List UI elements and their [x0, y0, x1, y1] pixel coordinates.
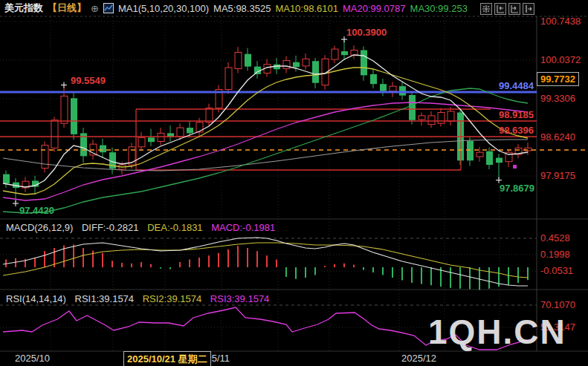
- instrument-title: 美元指数: [4, 1, 43, 15]
- date-axis-label: 2025/12: [401, 353, 436, 364]
- swing-high-label: 99.5549: [71, 75, 106, 86]
- rsi-axis-label: 51.3147: [540, 321, 575, 333]
- rsi2-value: RSI2:39.1574: [143, 293, 202, 304]
- price-axis-label: 99.3306: [540, 93, 575, 104]
- chart-type-icon[interactable]: [103, 3, 114, 13]
- ma-settings-label: MA1(5,10,20,30,100): [118, 3, 209, 14]
- ma30-value: MA30:99.253: [410, 3, 468, 14]
- chart-header: 美元指数 【日线】 ⊕ MA1(5,10,20,30,100) MA5:98.3…: [4, 1, 468, 15]
- pan-tool-icon[interactable]: [480, 3, 492, 15]
- chart-toolbar: [480, 3, 534, 15]
- scale-compress-left-icon[interactable]: [494, 3, 506, 15]
- price-axis-label: 98.6240: [540, 131, 575, 143]
- rsi3-value: RSI3:39.1574: [210, 293, 270, 304]
- price-axis-label: 100.7438: [540, 16, 581, 27]
- add-indicator-icon[interactable]: ⊕: [91, 3, 99, 14]
- peak-high-label: 100.3900: [346, 27, 387, 38]
- period-selector[interactable]: 【日线】: [48, 1, 86, 15]
- ma10-value: MA10:98.6101: [275, 3, 338, 14]
- scale-compress-right-icon[interactable]: [508, 3, 520, 15]
- macd-axis-label: 0.4528: [540, 232, 570, 244]
- macd-diff-value: DIFF:-0.2821: [82, 222, 139, 233]
- macd-params-label: MACD(26,12,9): [6, 222, 73, 233]
- red-level-line-label: 98.6396: [474, 125, 534, 136]
- date-axis-label: 2025/10: [15, 353, 50, 364]
- rsi-axis-label: 70.1070: [540, 299, 575, 310]
- ma5-value: MA5:98.3525: [213, 3, 271, 14]
- blue-level-line-label: 99.4484: [474, 80, 534, 91]
- rsi1-value: RSI1:39.1574: [75, 293, 135, 304]
- macd-axis-label: 0.1998: [540, 249, 570, 260]
- macd-legend-row: MACD(26,12,9) DIFF:-0.2821 DEA:-0.1831 M…: [6, 222, 281, 233]
- macd-value: MACD:-0.1981: [211, 222, 275, 233]
- price-axis-label: 97.9175: [540, 170, 575, 181]
- red-level-line-label: 98.9185: [474, 109, 534, 120]
- price-axis-label: 100.0372: [540, 54, 581, 65]
- ma20-value: MA20:99.0787: [343, 3, 406, 14]
- macd-axis-label: -0.0531: [540, 265, 573, 276]
- shift-right-icon[interactable]: [523, 3, 534, 15]
- swing-low-label: 97.4420: [19, 205, 54, 216]
- macd-dea-value: DEA:-0.1831: [147, 222, 202, 233]
- rsi-params-label: RSI(14,14,14): [6, 293, 66, 304]
- crosshair-price-tag: 99.7732: [537, 72, 579, 86]
- recent-low-label: 97.8679: [500, 183, 534, 194]
- crosshair-date-tag: 2025/10/21 星期二: [123, 351, 211, 366]
- rsi-legend-row: RSI(14,14,14) RSI1:39.1574 RSI2:39.1574 …: [6, 293, 275, 304]
- chart-application-window: 美元指数 【日线】 ⊕ MA1(5,10,20,30,100) MA5:98.3…: [0, 0, 588, 366]
